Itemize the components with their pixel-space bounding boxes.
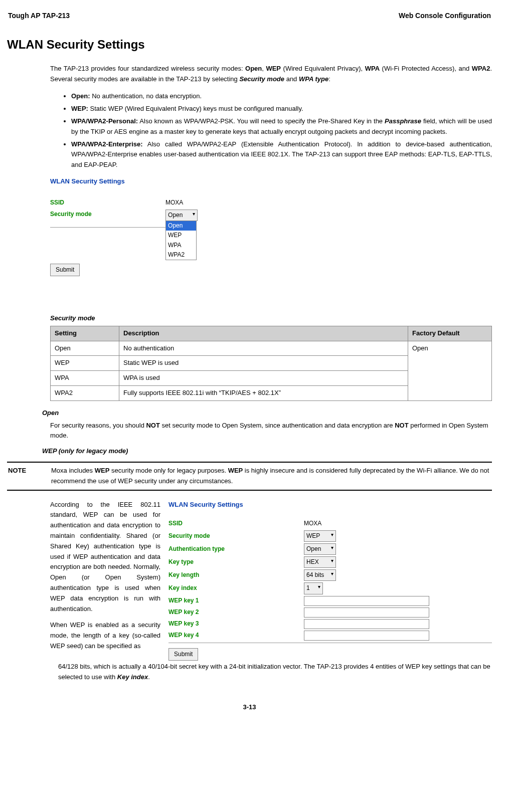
wep-description: According to the IEEE 802.11 standard, W…: [50, 500, 160, 661]
security-mode-table: Setting Description Factory Default Open…: [50, 326, 492, 401]
ss2-key4-input[interactable]: [304, 631, 429, 641]
th-setting: Setting: [51, 326, 119, 341]
ss2-key4-label: WEP key 4: [168, 631, 304, 640]
ss2-keytype-label: Key type: [168, 557, 304, 567]
th-default: Factory Default: [408, 326, 492, 341]
bullet-wpa-enterprise: WPA/WPA2-Enterprise: Also called WPA/WPA…: [71, 139, 492, 170]
bullet-list: Open: No authentication, no data encrypt…: [50, 91, 492, 170]
header-right: Web Console Configuration: [399, 10, 491, 21]
td-wpa2-setting: WPA2: [51, 386, 119, 401]
wep-continuation: 64/128 bits, which is actually a 40/104-…: [58, 662, 492, 683]
wep-subheading: WEP (only for legacy mode): [42, 446, 492, 457]
screenshot-wlan-wep: WLAN Security Settings SSIDMOXA Security…: [168, 500, 492, 661]
note-block: NOTE Moxa includes WEP security mode onl…: [7, 462, 492, 491]
ss1-ssid-label: SSID: [50, 198, 165, 208]
ss2-submit-button[interactable]: Submit: [168, 648, 198, 661]
bullet-open: Open: No authentication, no data encrypt…: [71, 91, 492, 102]
ss2-key2-input[interactable]: [304, 607, 429, 618]
ss1-dropdown-wpa2[interactable]: WPA2: [166, 250, 196, 260]
open-paragraph: For security reasons, you should NOT set…: [50, 421, 492, 442]
ss2-title: WLAN Security Settings: [168, 500, 492, 510]
ss1-secmode-select[interactable]: Open: [165, 210, 198, 221]
screenshot-wlan-open: WLAN Security Settings SSID MOXA Securit…: [50, 176, 221, 304]
ss2-ssid-label: SSID: [168, 519, 304, 528]
page-number: 3-13: [7, 702, 492, 713]
ss2-secmode-select[interactable]: WEP: [304, 530, 336, 542]
ss2-secmode-label: Security mode: [168, 531, 304, 541]
td-wpa-desc: WPA is used: [119, 371, 408, 386]
ss1-dropdown-wep[interactable]: WEP: [166, 231, 196, 240]
bullet-wpa-personal: WPA/WPA2-Personal: Also known as WPA/WPA…: [71, 116, 492, 137]
ss2-key2-label: WEP key 2: [168, 607, 304, 617]
open-subheading: Open: [42, 408, 492, 419]
td-default: Open: [408, 341, 492, 400]
td-wep-desc: Static WEP is used: [119, 356, 408, 371]
note-text: Moxa includes WEP security mode only for…: [51, 466, 492, 487]
ss2-key3-label: WEP key 3: [168, 619, 304, 629]
ss1-ssid-value: MOXA: [165, 198, 221, 208]
wep-para-1: According to the IEEE 802.11 standard, W…: [50, 500, 160, 615]
ss2-keyindex-label: Key index: [168, 583, 304, 593]
note-label: NOTE: [7, 466, 51, 487]
td-wep-setting: WEP: [51, 356, 119, 371]
bullet-wep: WEP: Static WEP (Wired Equivalent Privac…: [71, 104, 492, 114]
ss2-ssid-value: MOXA: [304, 519, 321, 528]
wep-para-2: When WEP is enabled as a security mode, …: [50, 620, 160, 651]
ss1-dropdown[interactable]: Open WEP WPA WPA2: [165, 221, 197, 260]
ss2-keylength-select[interactable]: 64 bits: [304, 569, 336, 581]
ss1-dropdown-wpa[interactable]: WPA: [166, 241, 196, 250]
ss1-submit-button[interactable]: Submit: [50, 264, 80, 276]
section-title: WLAN Security Settings: [7, 35, 492, 54]
td-wpa-setting: WPA: [51, 371, 119, 386]
td-open-setting: Open: [51, 341, 119, 356]
intro-paragraph: The TAP-213 provides four standardized w…: [50, 64, 492, 85]
ss2-authtype-select[interactable]: Open: [304, 543, 336, 555]
td-wpa2-desc: Fully supports IEEE 802.11i with “TKIP/A…: [119, 386, 408, 401]
th-description: Description: [119, 326, 408, 341]
ss1-dropdown-open[interactable]: Open: [166, 221, 196, 231]
ss2-keyindex-select[interactable]: 1: [304, 582, 323, 594]
td-open-desc: No authentication: [119, 341, 408, 356]
security-mode-heading: Security mode: [50, 313, 492, 324]
ss2-key1-label: WEP key 1: [168, 596, 304, 605]
ss2-key1-input[interactable]: [304, 596, 429, 606]
ss2-key3-input[interactable]: [304, 619, 429, 629]
ss1-title: WLAN Security Settings: [50, 176, 221, 187]
ss2-keylength-label: Key length: [168, 570, 304, 580]
header-left: Tough AP TAP-213: [8, 10, 70, 21]
ss1-secmode-label: Security mode: [50, 210, 165, 219]
page-header: Tough AP TAP-213 Web Console Configurati…: [7, 10, 492, 21]
ss2-authtype-label: Authentication type: [168, 544, 304, 554]
ss2-keytype-select[interactable]: HEX: [304, 556, 336, 568]
